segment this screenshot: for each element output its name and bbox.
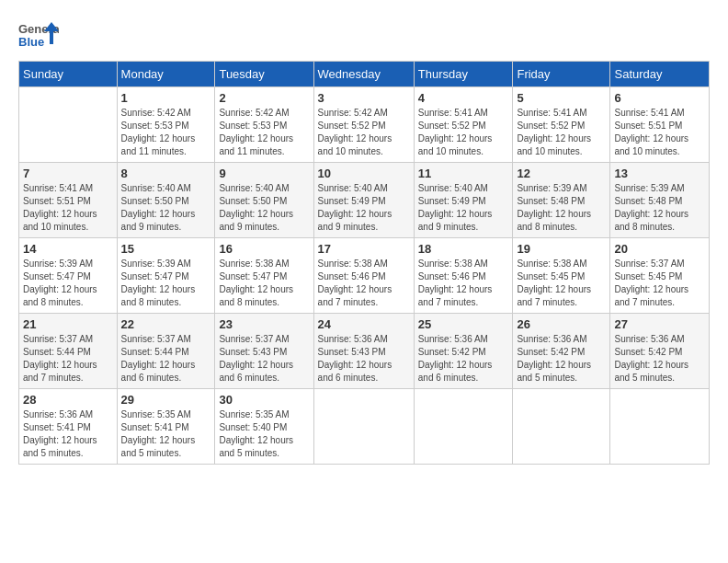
day-info: Sunrise: 5:37 AM Sunset: 5:45 PM Dayligh… — [614, 258, 705, 309]
calendar-cell — [19, 87, 118, 163]
day-number: 19 — [517, 242, 606, 256]
day-number: 23 — [219, 317, 309, 331]
day-number: 25 — [418, 317, 509, 331]
day-info: Sunrise: 5:39 AM Sunset: 5:48 PM Dayligh… — [614, 182, 705, 234]
calendar-week-row: 1Sunrise: 5:42 AM Sunset: 5:53 PM Daylig… — [19, 87, 710, 163]
logo: General Blue — [18, 18, 59, 52]
day-number: 13 — [614, 167, 705, 180]
day-info: Sunrise: 5:42 AM Sunset: 5:52 PM Dayligh… — [318, 107, 410, 158]
day-info: Sunrise: 5:42 AM Sunset: 5:53 PM Dayligh… — [219, 107, 309, 158]
calendar-cell: 22Sunrise: 5:37 AM Sunset: 5:44 PM Dayli… — [117, 314, 215, 389]
day-info: Sunrise: 5:38 AM Sunset: 5:46 PM Dayligh… — [418, 258, 509, 309]
day-number: 11 — [418, 167, 509, 180]
column-header-tuesday: Tuesday — [215, 62, 313, 87]
calendar-cell: 8Sunrise: 5:40 AM Sunset: 5:50 PM Daylig… — [117, 163, 215, 238]
day-info: Sunrise: 5:37 AM Sunset: 5:44 PM Dayligh… — [121, 333, 211, 385]
column-header-monday: Monday — [117, 62, 215, 87]
day-number: 2 — [219, 91, 309, 105]
day-info: Sunrise: 5:40 AM Sunset: 5:49 PM Dayligh… — [318, 182, 410, 234]
calendar-cell: 1Sunrise: 5:42 AM Sunset: 5:53 PM Daylig… — [117, 87, 215, 163]
calendar-cell: 12Sunrise: 5:39 AM Sunset: 5:48 PM Dayli… — [513, 163, 610, 238]
day-info: Sunrise: 5:40 AM Sunset: 5:50 PM Dayligh… — [219, 182, 309, 234]
day-info: Sunrise: 5:41 AM Sunset: 5:51 PM Dayligh… — [23, 182, 113, 234]
header-section: General Blue — [18, 18, 710, 52]
day-number: 20 — [614, 242, 705, 256]
column-header-friday: Friday — [513, 62, 610, 87]
day-info: Sunrise: 5:41 AM Sunset: 5:52 PM Dayligh… — [517, 107, 606, 158]
day-number: 1 — [121, 91, 211, 105]
calendar-cell: 25Sunrise: 5:36 AM Sunset: 5:42 PM Dayli… — [414, 314, 513, 389]
calendar-cell: 10Sunrise: 5:40 AM Sunset: 5:49 PM Dayli… — [313, 163, 414, 238]
calendar-cell: 2Sunrise: 5:42 AM Sunset: 5:53 PM Daylig… — [215, 87, 313, 163]
calendar-cell — [610, 389, 710, 465]
day-number: 27 — [614, 317, 705, 331]
day-info: Sunrise: 5:40 AM Sunset: 5:49 PM Dayligh… — [418, 182, 509, 234]
calendar-cell: 28Sunrise: 5:36 AM Sunset: 5:41 PM Dayli… — [19, 389, 118, 465]
day-info: Sunrise: 5:38 AM Sunset: 5:45 PM Dayligh… — [517, 258, 606, 309]
day-number: 7 — [23, 167, 113, 180]
calendar-table: SundayMondayTuesdayWednesdayThursdayFrid… — [18, 61, 710, 465]
calendar-cell: 4Sunrise: 5:41 AM Sunset: 5:52 PM Daylig… — [414, 87, 513, 163]
calendar-cell: 5Sunrise: 5:41 AM Sunset: 5:52 PM Daylig… — [513, 87, 610, 163]
day-number: 29 — [121, 393, 211, 407]
day-info: Sunrise: 5:39 AM Sunset: 5:47 PM Dayligh… — [121, 258, 211, 309]
calendar-cell: 11Sunrise: 5:40 AM Sunset: 5:49 PM Dayli… — [414, 163, 513, 238]
day-number: 30 — [219, 393, 309, 407]
column-header-thursday: Thursday — [414, 62, 513, 87]
column-header-saturday: Saturday — [610, 62, 710, 87]
day-number: 24 — [318, 317, 410, 331]
day-number: 12 — [517, 167, 606, 180]
day-number: 21 — [23, 317, 113, 331]
day-number: 9 — [219, 167, 309, 180]
day-info: Sunrise: 5:38 AM Sunset: 5:47 PM Dayligh… — [219, 258, 309, 309]
calendar-cell: 30Sunrise: 5:35 AM Sunset: 5:40 PM Dayli… — [215, 389, 313, 465]
day-info: Sunrise: 5:40 AM Sunset: 5:50 PM Dayligh… — [121, 182, 211, 234]
day-info: Sunrise: 5:36 AM Sunset: 5:42 PM Dayligh… — [517, 333, 606, 385]
day-number: 5 — [517, 91, 606, 105]
calendar-cell: 3Sunrise: 5:42 AM Sunset: 5:52 PM Daylig… — [313, 87, 414, 163]
day-info: Sunrise: 5:39 AM Sunset: 5:48 PM Dayligh… — [517, 182, 606, 234]
day-number: 3 — [318, 91, 410, 105]
logo-graphic: General Blue — [18, 18, 59, 52]
day-number: 6 — [614, 91, 705, 105]
calendar-cell — [414, 389, 513, 465]
calendar-cell: 20Sunrise: 5:37 AM Sunset: 5:45 PM Dayli… — [610, 238, 710, 314]
calendar-week-row: 21Sunrise: 5:37 AM Sunset: 5:44 PM Dayli… — [19, 314, 710, 389]
svg-text:Blue: Blue — [18, 35, 44, 49]
day-number: 28 — [23, 393, 113, 407]
calendar-cell: 23Sunrise: 5:37 AM Sunset: 5:43 PM Dayli… — [215, 314, 313, 389]
day-number: 22 — [121, 317, 211, 331]
day-info: Sunrise: 5:36 AM Sunset: 5:42 PM Dayligh… — [614, 333, 705, 385]
calendar-cell: 16Sunrise: 5:38 AM Sunset: 5:47 PM Dayli… — [215, 238, 313, 314]
calendar-cell: 18Sunrise: 5:38 AM Sunset: 5:46 PM Dayli… — [414, 238, 513, 314]
column-header-sunday: Sunday — [19, 62, 118, 87]
calendar-cell: 9Sunrise: 5:40 AM Sunset: 5:50 PM Daylig… — [215, 163, 313, 238]
calendar-cell: 19Sunrise: 5:38 AM Sunset: 5:45 PM Dayli… — [513, 238, 610, 314]
calendar-cell: 26Sunrise: 5:36 AM Sunset: 5:42 PM Dayli… — [513, 314, 610, 389]
calendar-cell: 6Sunrise: 5:41 AM Sunset: 5:51 PM Daylig… — [610, 87, 710, 163]
calendar-cell: 27Sunrise: 5:36 AM Sunset: 5:42 PM Dayli… — [610, 314, 710, 389]
day-number: 18 — [418, 242, 509, 256]
calendar-cell: 21Sunrise: 5:37 AM Sunset: 5:44 PM Dayli… — [19, 314, 118, 389]
calendar-cell — [513, 389, 610, 465]
day-info: Sunrise: 5:37 AM Sunset: 5:43 PM Dayligh… — [219, 333, 309, 385]
day-info: Sunrise: 5:37 AM Sunset: 5:44 PM Dayligh… — [23, 333, 113, 385]
calendar-cell: 15Sunrise: 5:39 AM Sunset: 5:47 PM Dayli… — [117, 238, 215, 314]
calendar-header-row: SundayMondayTuesdayWednesdayThursdayFrid… — [19, 62, 710, 87]
day-number: 15 — [121, 242, 211, 256]
day-info: Sunrise: 5:35 AM Sunset: 5:40 PM Dayligh… — [219, 408, 309, 460]
calendar-cell: 14Sunrise: 5:39 AM Sunset: 5:47 PM Dayli… — [19, 238, 118, 314]
calendar-week-row: 7Sunrise: 5:41 AM Sunset: 5:51 PM Daylig… — [19, 163, 710, 238]
column-header-wednesday: Wednesday — [313, 62, 414, 87]
calendar-cell: 17Sunrise: 5:38 AM Sunset: 5:46 PM Dayli… — [313, 238, 414, 314]
day-number: 14 — [23, 242, 113, 256]
day-number: 17 — [318, 242, 410, 256]
day-info: Sunrise: 5:42 AM Sunset: 5:53 PM Dayligh… — [121, 107, 211, 158]
day-info: Sunrise: 5:36 AM Sunset: 5:42 PM Dayligh… — [418, 333, 509, 385]
day-info: Sunrise: 5:41 AM Sunset: 5:51 PM Dayligh… — [614, 107, 705, 158]
day-number: 10 — [318, 167, 410, 180]
day-info: Sunrise: 5:41 AM Sunset: 5:52 PM Dayligh… — [418, 107, 509, 158]
day-info: Sunrise: 5:36 AM Sunset: 5:43 PM Dayligh… — [318, 333, 410, 385]
calendar-week-row: 28Sunrise: 5:36 AM Sunset: 5:41 PM Dayli… — [19, 389, 710, 465]
day-info: Sunrise: 5:35 AM Sunset: 5:41 PM Dayligh… — [121, 408, 211, 460]
